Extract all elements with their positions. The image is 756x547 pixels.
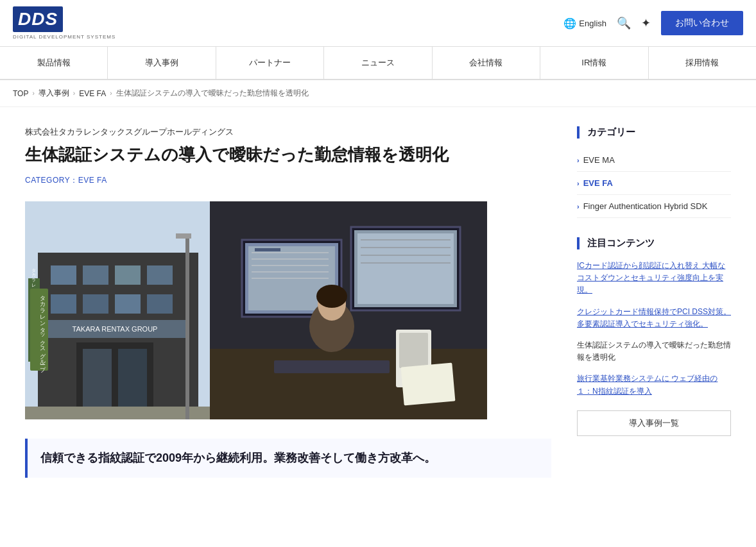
svg-rect-2 bbox=[51, 265, 76, 285]
office-image bbox=[210, 201, 487, 419]
featured-item-3[interactable]: 旅行業基幹業務システムに ウェブ経由の１：N指紋認証を導入 bbox=[577, 373, 731, 397]
sidebar-featured-heading: 注目コンテンツ bbox=[577, 237, 731, 249]
company-name: 株式会社タカラレンタックスグループホールディングス bbox=[25, 126, 551, 138]
nav-item-cases[interactable]: 導入事例 bbox=[108, 47, 216, 79]
quote-block: 信頼できる指紋認証で2009年から継続利用。業務改善そして働き方改革へ。 bbox=[25, 439, 551, 478]
category-value[interactable]: EVE FA bbox=[78, 176, 107, 185]
breadcrumb-top[interactable]: TOP bbox=[13, 89, 28, 98]
svg-rect-9 bbox=[147, 294, 173, 314]
logo[interactable]: DDS bbox=[13, 6, 116, 32]
category-label: CATEGORY：EVE FA bbox=[25, 175, 551, 186]
header-right: 🌐 English 🔍 ✦ お問い合わせ bbox=[563, 11, 743, 35]
svg-rect-18 bbox=[185, 233, 189, 419]
sidebar-cat-eve-ma[interactable]: › EVE MA bbox=[577, 149, 731, 172]
sidebar-cat-eve-fa[interactable]: › EVE FA bbox=[577, 172, 731, 195]
chevron-right-icon-3: › bbox=[577, 203, 580, 210]
sidebar-cat-label-finger-sdk: Finger Authentication Hybrid SDK bbox=[583, 201, 708, 211]
nav-item-partners[interactable]: パートナー bbox=[216, 47, 324, 79]
svg-rect-4 bbox=[115, 265, 141, 285]
main-nav: 製品情報 導入事例 パートナー ニュース 会社情報 IR情報 採用情報 bbox=[0, 47, 756, 80]
nav-item-news[interactable]: ニュース bbox=[324, 47, 432, 79]
svg-rect-5 bbox=[147, 265, 173, 285]
sidebar-featured-section: 注目コンテンツ ICカード認証から顔認証に入れ替え 大幅なコストダウンとセキュリ… bbox=[577, 237, 731, 436]
svg-text:TAKARA RENTAX GROUP: TAKARA RENTAX GROUP bbox=[73, 325, 158, 333]
sidebar-category-section: カテゴリー › EVE MA › EVE FA › Finger Authent… bbox=[577, 126, 731, 218]
sidebar-cat-finger-sdk[interactable]: › Finger Authentication Hybrid SDK bbox=[577, 195, 731, 218]
logo-subtitle: DIGITAL DEVELOPMENT SYSTEMS bbox=[13, 34, 116, 40]
svg-rect-19 bbox=[176, 233, 191, 239]
breadcrumb-evefa[interactable]: EVE FA bbox=[79, 89, 106, 98]
breadcrumb-cases[interactable]: 導入事例 bbox=[39, 88, 69, 99]
breadcrumb-sep-2: › bbox=[73, 90, 75, 97]
nav-item-ir[interactable]: IR情報 bbox=[540, 47, 648, 79]
share-button[interactable]: ✦ bbox=[641, 16, 651, 30]
header: DDS DIGITAL DEVELOPMENT SYSTEMS 🌐 Englis… bbox=[0, 0, 756, 47]
building-image: タカラレンタックスグループ bbox=[25, 201, 210, 419]
lang-label: English bbox=[579, 19, 606, 28]
svg-rect-3 bbox=[83, 265, 108, 285]
svg-point-40 bbox=[316, 285, 347, 308]
featured-item-2: 生体認証システムの導入で曖昧だった勤怠情報を透明化 bbox=[577, 339, 731, 364]
svg-rect-17 bbox=[25, 407, 210, 419]
svg-rect-8 bbox=[115, 294, 141, 314]
language-switcher[interactable]: 🌐 English bbox=[563, 17, 606, 29]
search-button[interactable]: 🔍 bbox=[617, 16, 631, 30]
logo-text: DDS bbox=[18, 9, 58, 29]
quote-text: 信頼できる指紋認証で2009年から継続利用。業務改善そして働き方改革へ。 bbox=[40, 449, 538, 467]
svg-rect-43 bbox=[399, 333, 428, 368]
svg-rect-33 bbox=[357, 233, 454, 304]
case-list-button[interactable]: 導入事例一覧 bbox=[577, 410, 731, 436]
breadcrumb-sep-1: › bbox=[32, 90, 34, 97]
svg-rect-41 bbox=[274, 360, 390, 373]
svg-rect-30 bbox=[255, 248, 280, 251]
category-prefix: CATEGORY： bbox=[25, 176, 78, 185]
sidebar-cat-label-eve-ma: EVE MA bbox=[583, 155, 615, 165]
content-area: 株式会社タカラレンタックスグループホールディングス 生体認証システムの導入で曖昧… bbox=[25, 126, 551, 491]
breadcrumb: TOP › 導入事例 › EVE FA › 生体認証システムの導入で曖昧だった勤… bbox=[0, 80, 756, 107]
nav-item-recruit[interactable]: 採用情報 bbox=[649, 47, 756, 79]
chevron-right-icon: › bbox=[577, 156, 580, 164]
translate-icon: 🌐 bbox=[563, 17, 576, 29]
contact-button[interactable]: お問い合わせ bbox=[661, 11, 743, 35]
sidebar-category-heading: カテゴリー bbox=[577, 126, 731, 139]
svg-rect-7 bbox=[83, 294, 108, 314]
breadcrumb-sep-3: › bbox=[110, 90, 112, 97]
main-container: 株式会社タカラレンタックスグループホールディングス 生体認証システムの導入で曖昧… bbox=[12, 107, 744, 510]
nav-item-products[interactable]: 製品情報 bbox=[0, 47, 108, 79]
breadcrumb-current: 生体認証システムの導入で曖昧だった勤怠情報を透明化 bbox=[116, 88, 309, 99]
article-image: タカラレンタックスグループ bbox=[25, 201, 487, 419]
company-sign: タカラレンタックスグループ bbox=[30, 289, 48, 371]
featured-item-0[interactable]: ICカード認証から顔認証に入れ替え 大幅なコストダウンとセキュリティ強度向上を実… bbox=[577, 260, 731, 297]
featured-item-1[interactable]: クレジットカード情報保持でPCI DSS対策。 多要素認証導入でセキュリティ強化… bbox=[577, 306, 731, 330]
sidebar-featured-list: ICカード認証から顔認証に入れ替え 大幅なコストダウンとセキュリティ強度向上を実… bbox=[577, 260, 731, 398]
chevron-right-icon-2: › bbox=[577, 180, 580, 187]
logo-area: DDS DIGITAL DEVELOPMENT SYSTEMS bbox=[13, 6, 116, 40]
nav-item-company[interactable]: 会社情報 bbox=[433, 47, 540, 79]
sidebar-cat-label-eve-fa: EVE FA bbox=[583, 178, 613, 188]
svg-rect-6 bbox=[51, 294, 76, 314]
svg-rect-44 bbox=[401, 363, 456, 406]
article-title: 生体認証システムの導入で曖昧だった勤怠情報を透明化 bbox=[25, 143, 551, 166]
sidebar: カテゴリー › EVE MA › EVE FA › Finger Authent… bbox=[577, 126, 731, 491]
